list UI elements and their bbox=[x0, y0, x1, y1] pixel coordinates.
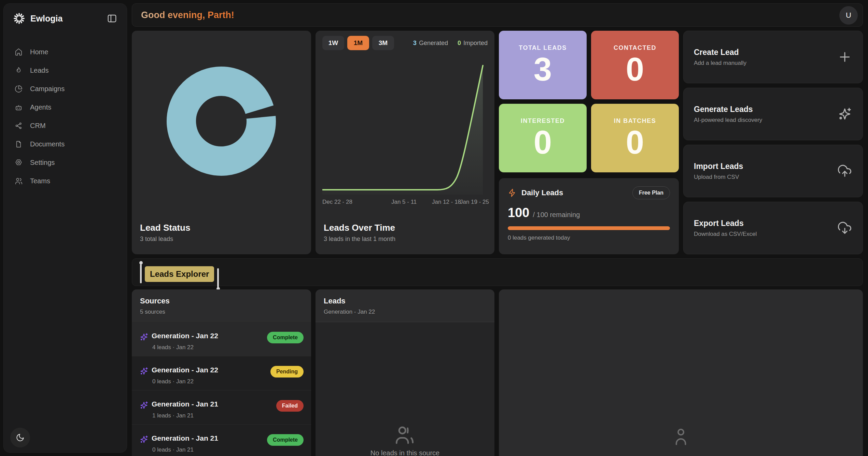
selection-handle-end[interactable] bbox=[217, 268, 219, 287]
selection-handle-start[interactable] bbox=[140, 264, 142, 283]
cloud-download-icon bbox=[837, 220, 852, 236]
sidebar-item-label: CRM bbox=[30, 122, 46, 130]
sparkles-icon bbox=[139, 435, 149, 444]
gear-icon bbox=[15, 159, 23, 167]
generate-leads-button[interactable]: Generate Leads AI-powered lead discovery bbox=[683, 88, 863, 140]
source-title: Generation - Jan 22 bbox=[152, 332, 218, 340]
stat-value: 0 bbox=[626, 126, 644, 159]
sources-card: Sources 5 sources Generation - Jan 22 4 … bbox=[132, 289, 311, 456]
chart-legend: 3Generated 0Imported bbox=[413, 40, 488, 47]
action-subtitle: Upload from CSV bbox=[694, 174, 743, 181]
source-meta: 0 leads · Jan 22 bbox=[152, 378, 194, 385]
source-title: Generation - Jan 21 bbox=[152, 434, 218, 442]
users-empty-icon bbox=[392, 423, 418, 448]
cloud-upload-icon bbox=[837, 163, 852, 179]
leads-panel-header: Leads Generation - Jan 22 bbox=[316, 289, 494, 322]
sidebar: Ewlogia Home Leads Campaigns Agents CRM bbox=[3, 3, 127, 453]
sidebar-item-label: Leads bbox=[30, 67, 49, 74]
legend-generated: 3Generated bbox=[413, 40, 448, 47]
ewlogia-logo-icon bbox=[13, 13, 25, 24]
stat-value: 0 bbox=[626, 53, 644, 86]
action-subtitle: Add a lead manually bbox=[694, 60, 746, 67]
sidebar-item-settings[interactable]: Settings bbox=[4, 153, 127, 172]
sidebar-item-documents[interactable]: Documents bbox=[4, 135, 127, 153]
stat-value: 3 bbox=[534, 53, 552, 86]
sidebar-item-crm[interactable]: CRM bbox=[4, 116, 127, 135]
source-title: Generation - Jan 22 bbox=[152, 366, 218, 374]
sidebar-item-agents[interactable]: Agents bbox=[4, 98, 127, 116]
sidebar-item-leads[interactable]: Leads bbox=[4, 61, 127, 80]
stat-contacted: CONTACTED 0 bbox=[591, 31, 679, 99]
status-badge: Complete bbox=[267, 434, 304, 446]
plus-icon bbox=[837, 49, 852, 65]
greeting-bar: Good evening, Parth! U bbox=[132, 3, 863, 27]
leads-panel: Leads Generation - Jan 22 No leads in th… bbox=[316, 289, 494, 456]
bot-icon bbox=[15, 103, 23, 111]
sources-header: Sources 5 sources bbox=[132, 289, 311, 322]
leads-over-time-card: 1W 1M 3M 3Generated 0Imported bbox=[316, 31, 494, 254]
text-selection: Leads Explorer bbox=[140, 261, 219, 287]
export-leads-button[interactable]: Export Leads Download as CSV/Excel bbox=[683, 202, 863, 254]
lead-status-subtitle: 3 total leads bbox=[140, 236, 173, 243]
tab-1m[interactable]: 1M bbox=[347, 36, 369, 50]
users-icon bbox=[15, 177, 23, 185]
share-network-icon bbox=[15, 122, 23, 130]
x-tick: Dec 22 - 28 bbox=[322, 199, 352, 205]
sidebar-item-campaigns[interactable]: Campaigns bbox=[4, 80, 127, 98]
stat-value: 0 bbox=[534, 126, 552, 159]
x-tick: Jan 5 - 11 bbox=[391, 199, 417, 205]
action-subtitle: Download as CSV/Excel bbox=[694, 231, 757, 238]
logo-row: Ewlogia bbox=[4, 4, 127, 28]
sidebar-item-label: Documents bbox=[30, 140, 65, 148]
source-row[interactable]: Generation - Jan 22 4 leads · Jan 22 Com… bbox=[132, 322, 311, 356]
flame-icon bbox=[15, 67, 23, 74]
source-row[interactable]: Generation - Jan 21 1 leads · Jan 21 Fai… bbox=[132, 390, 311, 424]
moon-icon bbox=[16, 433, 25, 442]
daily-quota-text: / 100 remaining bbox=[533, 211, 580, 219]
lead-detail-panel bbox=[499, 289, 863, 456]
stat-label: IN BATCHES bbox=[614, 117, 656, 125]
user-avatar[interactable]: U bbox=[839, 6, 858, 25]
main-content: Good evening, Parth! U Lead Status 3 tot… bbox=[132, 3, 863, 456]
sparkles-icon bbox=[139, 401, 149, 410]
action-title: Generate Leads bbox=[694, 105, 762, 114]
sources-title: Sources bbox=[140, 297, 303, 305]
leads-over-time-subtitle: 3 leads in the last 1 month bbox=[324, 236, 395, 243]
sidebar-item-label: Agents bbox=[30, 103, 51, 111]
source-meta: 0 leads · Jan 21 bbox=[152, 446, 194, 453]
sidebar-item-teams[interactable]: Teams bbox=[4, 172, 127, 190]
leads-over-time-chart bbox=[322, 57, 489, 195]
tab-3m[interactable]: 3M bbox=[372, 36, 394, 50]
source-meta: 1 leads · Jan 21 bbox=[152, 412, 194, 419]
source-row[interactable]: Generation - Jan 21 0 leads · Jan 21 Com… bbox=[132, 424, 311, 456]
sidebar-item-label: Home bbox=[30, 48, 48, 56]
sidebar-collapse-icon[interactable] bbox=[107, 13, 117, 24]
leads-explorer-title[interactable]: Leads Explorer bbox=[145, 266, 214, 282]
document-icon bbox=[15, 140, 23, 148]
source-meta: 4 leads · Jan 22 bbox=[152, 344, 194, 351]
import-leads-button[interactable]: Import Leads Upload from CSV bbox=[683, 145, 863, 197]
person-empty-icon bbox=[670, 425, 692, 447]
action-title: Create Lead bbox=[694, 48, 746, 57]
stat-in-batches: IN BATCHES 0 bbox=[591, 104, 679, 172]
stat-label: INTERESTED bbox=[521, 117, 565, 125]
status-badge: Complete bbox=[267, 332, 304, 343]
zap-icon bbox=[508, 188, 517, 197]
source-row[interactable]: Generation - Jan 22 0 leads · Jan 22 Pen… bbox=[132, 356, 311, 390]
daily-progress-bar bbox=[508, 226, 670, 230]
sidebar-item-home[interactable]: Home bbox=[4, 43, 127, 61]
action-title: Export Leads bbox=[694, 219, 757, 228]
leads-panel-subtitle: Generation - Jan 22 bbox=[324, 309, 486, 315]
sparkles-icon bbox=[139, 332, 149, 342]
create-lead-button[interactable]: Create Lead Add a lead manually bbox=[683, 31, 863, 83]
stat-label: CONTACTED bbox=[614, 44, 656, 52]
legend-imported: 0Imported bbox=[458, 40, 488, 47]
greeting-text: Good evening, Parth! bbox=[141, 10, 234, 20]
stats-grid: TOTAL LEADS 3 CONTACTED 0 INTERESTED 0 I… bbox=[499, 31, 679, 172]
theme-toggle-button[interactable] bbox=[10, 428, 30, 447]
tab-1w[interactable]: 1W bbox=[322, 36, 344, 50]
daily-footnote: 0 leads generated today bbox=[508, 234, 670, 241]
status-badge: Pending bbox=[270, 366, 304, 377]
sidebar-nav: Home Leads Campaigns Agents CRM Document… bbox=[4, 43, 127, 190]
stat-interested: INTERESTED 0 bbox=[499, 104, 587, 172]
